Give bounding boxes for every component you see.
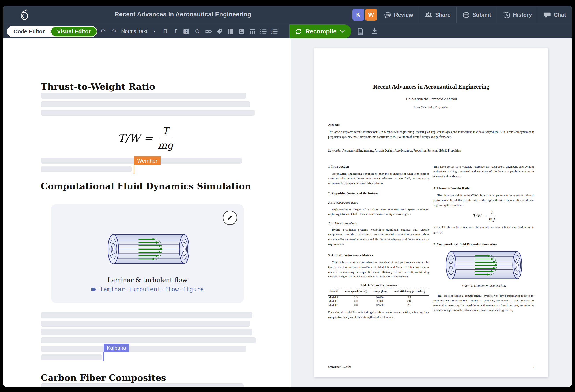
history-button[interactable]: History [497, 5, 538, 24]
figure-widget[interactable]: Laminar & turbulent flow laminar-turbule… [51, 204, 244, 303]
skeleton-bar [41, 346, 246, 352]
section-4-after-equation: where T is the engine thrust, m is the a… [433, 225, 534, 234]
col-aircraft: Aircraft [328, 288, 341, 296]
avatar-initial: W [368, 11, 374, 18]
equation-denominator: mg [158, 138, 173, 151]
section-5-heading: 5. Computational Fluid Dynamics Simulati… [433, 242, 534, 247]
topbar-nav: Ab Review Share [378, 5, 572, 24]
editor-heading-cfd: Computational Fluid Dynamics Simulation [41, 181, 251, 191]
chat-label: Chat [554, 12, 566, 18]
symbol-button[interactable]: Ω [192, 24, 203, 38]
col-fuel-efficiency: Fuel Efficiency (L/100 km) [389, 288, 430, 296]
pdf-affiliation: Sirius Cybernetics Corporation [314, 106, 548, 109]
pdf-preview-pane[interactable]: Recent Advances in Aeronautical Engineer… [290, 38, 572, 387]
remote-caret-kalpana [103, 352, 104, 361]
skeleton-bar [41, 312, 252, 318]
section-4-heading: 4. Thrust-to-Weight Ratio [433, 186, 534, 191]
pdf-left-column: 1. Introduction Aeronautical engineering… [328, 161, 430, 321]
editor-toolbar: Code Editor Visual Editor ↶ ↷ Normal tex… [3, 24, 572, 38]
bullet-list-icon [260, 28, 267, 35]
numbered-list-button[interactable]: 1 2 3 [269, 24, 280, 38]
tag-icon [216, 28, 222, 35]
pdf-footer-date: September 12, 2024 [328, 365, 351, 369]
equation-display[interactable]: T/W = T mg [41, 125, 250, 151]
keywords-label: Keywords: [328, 149, 341, 152]
submit-button[interactable]: Submit [456, 5, 497, 24]
insert-link-button[interactable] [203, 24, 214, 38]
italic-button[interactable]: I [170, 24, 181, 38]
rule [328, 120, 534, 120]
label-tag-icon [91, 286, 97, 292]
svg-text:3: 3 [271, 32, 272, 34]
editor-heading-carbon: Carbon Fiber Composites [41, 372, 166, 383]
figure-label-chip[interactable]: laminar-turbulent-flow-figure [51, 286, 244, 293]
edit-figure-button[interactable] [223, 211, 237, 225]
abstract-text: This article explores recent advancement… [328, 130, 534, 139]
pdf-equation: T/W = T mg [433, 210, 534, 221]
insert-citation-button[interactable] [225, 24, 236, 38]
insert-table-button[interactable] [247, 24, 258, 38]
pdf-author: Dr. Marvin the Paranoid Android [314, 97, 548, 101]
section-1-text: Aeronautical engineering continues to pu… [328, 171, 430, 186]
recompile-menu-chevron-icon[interactable] [340, 30, 345, 33]
share-button[interactable]: Share [419, 5, 456, 24]
paragraph-style-dropdown[interactable]: Normal text ▾ [121, 24, 155, 38]
laminar-flow-diagram [435, 250, 533, 281]
bold-button[interactable]: B [160, 24, 170, 38]
collaborator-avatar-k[interactable]: K [352, 9, 364, 21]
pdf-equation-numerator: T [489, 210, 495, 216]
download-pdf-button[interactable] [369, 24, 380, 38]
table-header-row: Aircraft Max Speed (Mach) Range (km) Fue… [328, 288, 430, 296]
globe-icon [462, 11, 470, 19]
section-3-after-table: Each aircraft model is evaluated against… [328, 310, 430, 319]
recompile-button[interactable]: Recompile [289, 24, 351, 38]
download-icon [371, 28, 378, 35]
chat-bubble-icon [544, 11, 551, 19]
table-row: Model C3.8 12,5002.5 [328, 303, 430, 307]
abstract-heading: Abstract [328, 123, 340, 127]
logs-button[interactable] [355, 24, 366, 38]
section-2-2-text: Hybrid propulsion systems, combining tra… [328, 227, 430, 246]
remote-cursor-wernher: Wernher [134, 156, 161, 165]
skeleton-bar [41, 110, 255, 116]
remote-caret-wernher [134, 165, 135, 174]
chat-button[interactable]: Chat [538, 5, 572, 24]
skeleton-bar [41, 93, 246, 99]
table-row: Model A2.5 10,0003.2 [328, 295, 430, 299]
cursor-name-label: Kalpana [107, 345, 126, 351]
figure-caption: Laminar & turbulent flow [51, 276, 244, 284]
link-icon [205, 28, 212, 35]
submit-label: Submit [473, 12, 491, 18]
equation-numerator: T [159, 125, 172, 138]
table-row: Model B3.0 8,0002.8. [328, 299, 430, 303]
table-caption: Table 1: Aircraft Performance [328, 283, 430, 287]
editor-heading-thrust: Thrust-to-Weight Ratio [41, 81, 155, 92]
pdf-equation-denominator: mg [489, 216, 495, 221]
visual-editor-pane[interactable]: Thrust-to-Weight Ratio T/W = T mg Wernhe… [3, 38, 290, 387]
project-title[interactable]: Recent Advances in Aeronautical Engineer… [115, 11, 251, 18]
undo-button[interactable]: ↶ [97, 24, 108, 38]
cursor-name-label: Wernher [137, 158, 157, 164]
math-button[interactable]: -x += [181, 24, 192, 38]
screen: Recent Advances in Aeronautical Engineer… [0, 0, 575, 392]
visual-editor-toggle[interactable]: Visual Editor [50, 26, 97, 37]
laminar-flow-diagram [100, 233, 197, 266]
collaborator-avatar-w[interactable]: W [365, 9, 377, 21]
skeleton-bar [41, 337, 256, 343]
insert-figure-button[interactable] [236, 24, 247, 38]
pdf-page: Recent Advances in Aeronautical Engineer… [314, 48, 548, 377]
section-2-1-heading: 2.1. Electric Propulsion [328, 200, 430, 205]
review-button[interactable]: Ab Review [378, 5, 419, 24]
code-editor-toggle[interactable]: Code Editor [7, 28, 50, 35]
skeleton-bar [41, 321, 250, 327]
figure-label-text: laminar-turbulent-flow-figure [100, 286, 204, 293]
aircraft-performance-table: Aircraft Max Speed (Mach) Range (km) Fue… [328, 288, 430, 307]
bullet-list-button[interactable] [258, 24, 269, 38]
section-4-text: The thrust-to-weight ratio (T/W) is a cr… [433, 193, 534, 207]
remote-cursor-kalpana: Kalpana [104, 344, 129, 352]
section-1-heading: 1. Introduction [328, 164, 430, 169]
track-changes-icon: Ab [384, 11, 391, 19]
overleaf-logo-icon[interactable] [18, 9, 30, 21]
redo-button[interactable]: ↷ [109, 24, 120, 38]
insert-label-button[interactable] [214, 24, 225, 38]
